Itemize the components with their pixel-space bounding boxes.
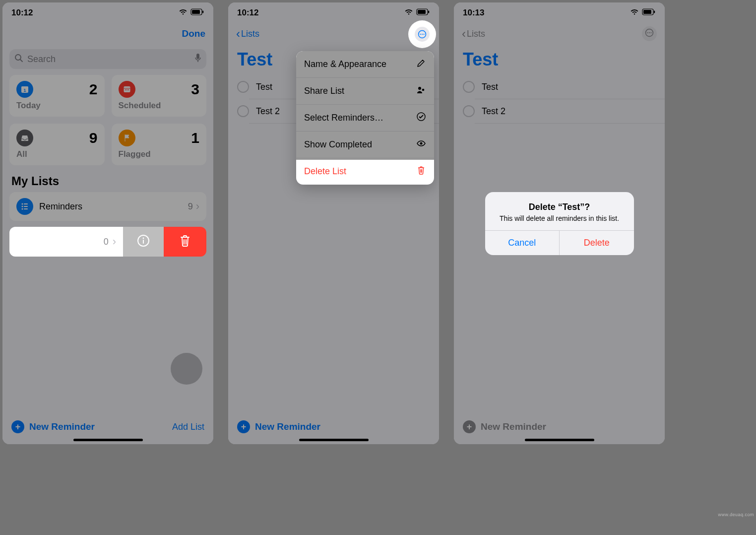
svg-point-33 bbox=[420, 34, 421, 35]
menu-name-appearance[interactable]: Name & Appearance bbox=[296, 51, 434, 78]
svg-point-39 bbox=[420, 142, 423, 145]
new-reminder-button[interactable]: + New Reminder bbox=[11, 420, 95, 433]
back-lists-button[interactable]: ‹ Lists bbox=[236, 27, 259, 41]
share-people-icon bbox=[416, 85, 426, 97]
all-count: 9 bbox=[89, 130, 98, 146]
swiped-list-count: 0 bbox=[104, 237, 109, 247]
svg-point-13 bbox=[128, 89, 129, 90]
checkmark-circle-icon bbox=[416, 112, 426, 124]
svg-point-37 bbox=[422, 89, 425, 91]
calendar-icon bbox=[119, 81, 135, 98]
home-indicator[interactable] bbox=[73, 439, 143, 441]
mic-icon[interactable] bbox=[194, 53, 201, 66]
all-label: All bbox=[16, 149, 98, 159]
all-card[interactable]: 9 All bbox=[9, 124, 105, 165]
list-row-reminders[interactable]: Reminders 9 bbox=[9, 192, 206, 221]
alert-backdrop: Delete “Test”? This will delete all remi… bbox=[454, 2, 665, 444]
wifi-icon bbox=[179, 8, 188, 18]
new-reminder-button[interactable]: + New Reminder bbox=[237, 420, 320, 433]
flag-icon bbox=[119, 130, 135, 146]
svg-point-16 bbox=[22, 206, 23, 207]
menu-select-reminders[interactable]: Select Reminders… bbox=[296, 105, 434, 132]
list-detail-menu-screen: 10:12 ‹ Lists Test Test Test 2 Name & Ap… bbox=[228, 2, 439, 444]
alert-delete-button[interactable]: Delete bbox=[560, 231, 634, 255]
menu-share-list[interactable]: Share List bbox=[296, 78, 434, 105]
search-input[interactable]: Search bbox=[9, 49, 206, 69]
menu-label: Delete List bbox=[304, 166, 346, 177]
menu-label: Share List bbox=[304, 86, 344, 96]
flagged-card[interactable]: 1 Flagged bbox=[112, 124, 207, 165]
reminders-main-screen: 10:12 Done Search 1 2 Today 3 Scheduled bbox=[2, 2, 213, 444]
list-name: Reminders bbox=[39, 201, 82, 212]
status-time: 10:12 bbox=[11, 8, 33, 18]
info-icon bbox=[137, 234, 150, 249]
reminder-label: Test bbox=[256, 82, 272, 92]
status-bar: 10:12 bbox=[2, 2, 213, 23]
svg-rect-22 bbox=[143, 240, 144, 244]
reminder-toggle-icon[interactable] bbox=[237, 81, 249, 93]
swipe-info-button[interactable] bbox=[123, 227, 164, 257]
delete-confirm-alert: Delete “Test”? This will delete all remi… bbox=[485, 192, 634, 255]
calendar-day-icon: 1 bbox=[16, 81, 33, 98]
done-button[interactable]: Done bbox=[182, 28, 206, 39]
svg-point-18 bbox=[22, 208, 23, 210]
today-card[interactable]: 1 2 Today bbox=[9, 75, 105, 117]
svg-point-35 bbox=[423, 34, 424, 35]
menu-delete-list[interactable]: Delete List bbox=[296, 158, 434, 185]
alert-cancel-button[interactable]: Cancel bbox=[485, 231, 560, 255]
alert-title: Delete “Test”? bbox=[494, 202, 625, 212]
svg-point-34 bbox=[422, 34, 423, 35]
search-placeholder: Search bbox=[27, 54, 56, 65]
menu-label: Name & Appearance bbox=[304, 59, 386, 69]
chevron-left-icon: ‹ bbox=[236, 27, 240, 41]
status-bar: 10:12 bbox=[228, 2, 439, 23]
new-reminder-label: New Reminder bbox=[29, 421, 95, 432]
menu-label: Select Reminders… bbox=[304, 113, 383, 123]
chevron-right-icon bbox=[113, 235, 116, 248]
svg-line-4 bbox=[20, 60, 22, 62]
today-label: Today bbox=[16, 101, 98, 111]
add-list-button[interactable]: Add List bbox=[172, 422, 204, 432]
mylists-heading: My Lists bbox=[2, 165, 213, 192]
svg-rect-19 bbox=[24, 208, 28, 209]
svg-point-11 bbox=[125, 89, 126, 90]
swiped-list-row: 0 bbox=[9, 227, 206, 257]
wifi-icon bbox=[404, 8, 413, 18]
plus-circle-icon: + bbox=[237, 420, 250, 433]
assistive-touch-icon[interactable] bbox=[171, 353, 202, 385]
menu-label: Show Completed bbox=[304, 139, 372, 150]
trash-icon bbox=[416, 165, 426, 178]
swipe-delete-button[interactable] bbox=[164, 227, 206, 257]
nav-row: ‹ Lists bbox=[228, 23, 439, 46]
reminder-label: Test 2 bbox=[256, 106, 280, 117]
svg-rect-1 bbox=[192, 10, 200, 14]
battery-icon bbox=[416, 8, 430, 18]
svg-point-36 bbox=[418, 87, 421, 90]
pencil-icon bbox=[416, 58, 426, 70]
svg-rect-26 bbox=[418, 10, 426, 14]
battery-icon bbox=[190, 8, 204, 18]
alert-message: This will delete all reminders in this l… bbox=[494, 214, 625, 222]
svg-rect-17 bbox=[24, 206, 28, 207]
menu-show-completed[interactable]: Show Completed bbox=[296, 132, 434, 158]
reminder-toggle-icon[interactable] bbox=[237, 105, 249, 117]
list-options-menu: Name & Appearance Share List Select Remi… bbox=[296, 51, 434, 185]
home-indicator[interactable] bbox=[299, 439, 369, 441]
scheduled-card[interactable]: 3 Scheduled bbox=[112, 75, 207, 117]
svg-point-12 bbox=[126, 89, 127, 90]
svg-rect-15 bbox=[24, 203, 28, 204]
new-reminder-label: New Reminder bbox=[255, 421, 320, 432]
svg-rect-5 bbox=[196, 54, 199, 59]
chevron-right-icon bbox=[196, 200, 199, 213]
search-icon bbox=[14, 54, 23, 65]
flagged-label: Flagged bbox=[119, 149, 200, 159]
trash-icon bbox=[179, 234, 191, 249]
home-indicator[interactable] bbox=[525, 439, 594, 441]
ellipsis-highlight bbox=[408, 20, 436, 48]
list-count: 9 bbox=[188, 201, 193, 212]
nav-row: Done bbox=[2, 23, 213, 46]
svg-text:1: 1 bbox=[23, 88, 26, 93]
svg-rect-2 bbox=[202, 11, 203, 13]
swiped-list-content[interactable]: 0 bbox=[9, 227, 123, 257]
svg-point-14 bbox=[22, 203, 23, 205]
